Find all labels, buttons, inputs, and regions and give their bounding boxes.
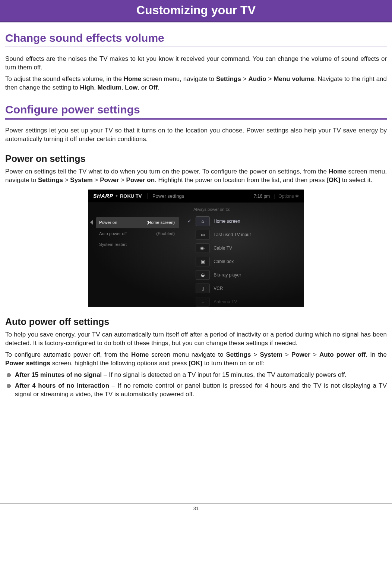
menu-item-label: System restart (99, 242, 127, 248)
option-label: Home screen (214, 218, 240, 224)
separator: > (63, 176, 70, 184)
separator: > (241, 75, 249, 82)
bold-term: High (80, 84, 94, 91)
option-bluray[interactable]: ◒ Blu-ray player (183, 268, 300, 282)
bold-term: Settings (38, 176, 63, 184)
tv-left-menu: Power on (Home screen) Auto power off (E… (88, 203, 183, 307)
list-item: After 15 minutes of no signal – If no si… (5, 371, 387, 379)
bold-term: Menu volume (274, 75, 314, 82)
bold-term: Power settings (5, 360, 50, 367)
bullet-list: After 15 minutes of no signal – If no si… (5, 371, 387, 399)
bold-term: Home (131, 351, 149, 358)
body-paragraph: Power on settings tell the TV what to do… (5, 168, 387, 185)
text: , (121, 84, 125, 91)
menu-item-label: Power on (99, 220, 117, 226)
menu-item-value: (Home screen) (146, 220, 175, 226)
menu-item-label: Auto power off (99, 231, 127, 237)
text: To adjust the sound effects volume, in t… (5, 75, 124, 82)
vertical-separator: | (146, 192, 148, 200)
body-paragraph: Sound effects are the noises the TV make… (5, 55, 387, 72)
brand-roku: ROKU TV (120, 193, 142, 200)
subsection-title-power-on: Power on settings (5, 153, 387, 165)
section-title-sound-effects: Change sound effects volume (5, 31, 387, 46)
options-hint: Options ✱ (278, 193, 299, 199)
option-cable-box[interactable]: ▣ Cable box (183, 255, 300, 268)
bluray-icon: ◒ (196, 270, 210, 280)
text: To configure automatic power off, from t… (5, 351, 131, 358)
page-header: Customizing your TV (0, 0, 392, 22)
cable-box-icon: ▣ (196, 257, 210, 266)
option-label: VCR (214, 285, 223, 291)
separator: > (251, 351, 260, 358)
vcr-icon: ▯ (196, 284, 210, 293)
option-home-screen[interactable]: ✓ ⌂ Home screen (183, 215, 300, 228)
body-paragraph: To configure automatic power off, from t… (5, 351, 387, 368)
body-paragraph: Power settings let you set up your TV so… (5, 126, 387, 144)
separator: > (119, 176, 126, 184)
menu-item-auto-power-off[interactable]: Auto power off (Enabled) (96, 228, 179, 240)
text: . (158, 84, 159, 91)
tv-brand: SHARP • ROKU TV | Power settings (93, 192, 184, 200)
home-icon: ⌂ (196, 216, 210, 226)
text: screen menu navigate to (149, 351, 226, 358)
option-label: Blu-ray player (214, 272, 241, 278)
option-cable-tv[interactable]: ◉◦ Cable TV (183, 241, 300, 255)
bold-term: Audio (249, 75, 266, 82)
text: screen, highlight the following options … (50, 360, 189, 367)
section-divider (5, 118, 387, 120)
bold-term: Settings (226, 351, 251, 358)
separator: > (93, 176, 100, 184)
text: screen menu, navigate to (141, 75, 216, 82)
bold-term: Auto power off (319, 351, 366, 358)
menu-item-value: (Enabled) (156, 231, 175, 237)
bullet-rest: – If no signal is detected on a TV input… (102, 371, 347, 378)
bold-term: Medium (98, 84, 121, 91)
section-title-power-settings: Configure power settings (5, 102, 387, 118)
bold-term: Home (124, 75, 141, 82)
bold-term: Power (291, 351, 310, 358)
option-antenna[interactable]: ⏚ Antenna TV (183, 295, 300, 309)
brand-sharp: SHARP (93, 193, 113, 200)
text: . Highlight the power on location from t… (155, 176, 326, 184)
bold-term: Power (100, 176, 119, 184)
bold-term: [OK] (326, 176, 340, 184)
option-label: Last used TV input (214, 232, 251, 238)
option-label: Cable TV (214, 245, 232, 251)
page-number: 31 (193, 506, 199, 511)
right-panel-header: Always power on to: (183, 207, 300, 215)
text: , (94, 84, 97, 91)
bullet-lead: After 15 minutes of no signal (15, 371, 102, 378)
option-label: Antenna TV (214, 299, 237, 305)
separator: > (310, 351, 319, 358)
check-icon: ✓ (187, 218, 192, 225)
text: . In the (366, 351, 387, 358)
menu-item-power-on[interactable]: Power on (Home screen) (96, 217, 179, 228)
bold-term: Settings (216, 75, 241, 82)
page-footer: 31 (0, 503, 392, 516)
antenna-icon: ⏚ (196, 297, 210, 307)
option-last-input[interactable]: ▭ Last used TV input (183, 228, 300, 241)
dot-separator: • (116, 192, 118, 200)
separator: > (266, 75, 274, 82)
text: , or (137, 84, 148, 91)
separator: > (282, 351, 291, 358)
option-vcr[interactable]: ▯ VCR (183, 282, 300, 295)
bullet-lead: After 4 hours of no interaction (15, 382, 109, 389)
tv-input-icon: ▭ (196, 230, 210, 240)
bold-term: [OK] (189, 360, 202, 367)
tv-screenshot: SHARP • ROKU TV | Power settings 7:16 pm… (88, 190, 304, 307)
bold-term: Low (125, 84, 137, 91)
vertical-separator: | (274, 193, 275, 199)
section-divider (5, 47, 387, 48)
screen-name: Power settings (152, 193, 184, 200)
menu-item-system-restart[interactable]: System restart (96, 239, 179, 250)
tv-right-panel: Always power on to: ✓ ⌂ Home screen ▭ La… (183, 203, 304, 307)
text: to select it. (340, 176, 372, 184)
option-label: Cable box (214, 259, 234, 265)
tv-topbar: SHARP • ROKU TV | Power settings 7:16 pm… (88, 190, 304, 203)
bold-term: Home (329, 168, 346, 175)
tv-status-right: 7:16 pm | Options ✱ (254, 193, 299, 199)
body-paragraph: To help you save energy, your TV can aut… (5, 331, 387, 348)
left-arrow-icon (90, 220, 93, 225)
bold-term: System (70, 176, 92, 184)
